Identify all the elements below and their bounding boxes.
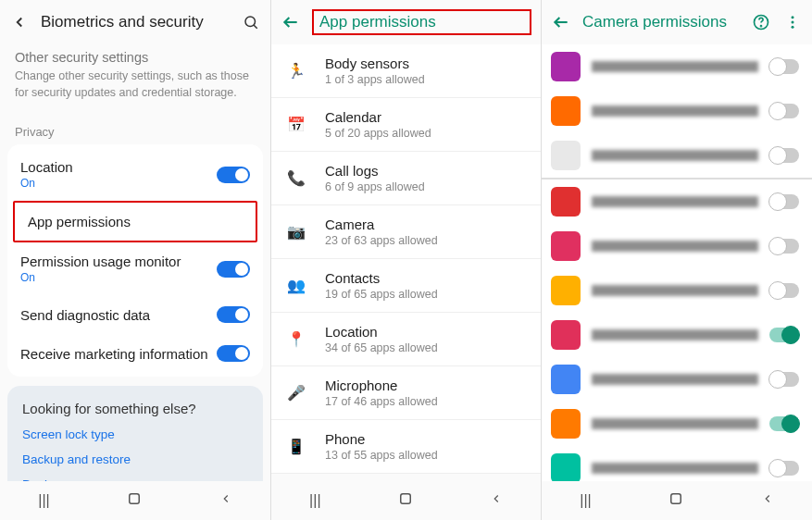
svg-point-7 [761, 26, 762, 27]
app-icon [551, 52, 581, 81]
svg-line-1 [254, 25, 257, 29]
app-icon [551, 187, 581, 217]
permission-icon: 📷 [286, 223, 306, 241]
nav-back-icon[interactable] [761, 492, 774, 509]
permission-row[interactable]: 👥 Contacts19 of 65 apps allowed [271, 259, 541, 313]
permission-icon: 📱 [286, 438, 306, 455]
nav-recent-icon[interactable]: ||| [309, 492, 320, 509]
diagnostic-toggle[interactable] [217, 306, 250, 323]
search-icon[interactable] [241, 12, 261, 32]
permission-monitor-row[interactable]: Permission usage monitorOn [7, 242, 263, 295]
permission-row[interactable]: 📱 Phone13 of 55 apps allowed [271, 420, 541, 474]
app-permissions-row[interactable]: App permissions [15, 203, 256, 241]
permission-row[interactable]: 📅 Calendar5 of 20 apps allowed [271, 98, 541, 152]
app-name-blurred [592, 241, 758, 252]
svg-point-8 [792, 16, 794, 19]
nav-recent-icon[interactable]: ||| [38, 492, 49, 509]
app-toggle[interactable] [769, 283, 799, 298]
app-row[interactable] [542, 44, 812, 89]
permission-row[interactable]: 🏃 Body sensors1 of 3 apps allowed [271, 44, 541, 98]
svg-point-9 [792, 21, 794, 24]
app-toggle[interactable] [769, 328, 799, 342]
permission-icon: 📅 [286, 116, 306, 133]
permission-icon: 👥 [286, 277, 306, 294]
app-toggle[interactable] [769, 194, 799, 209]
app-icon [551, 141, 581, 170]
app-name-blurred [592, 61, 758, 72]
page-title: Biometrics and security [41, 13, 230, 31]
back-icon[interactable] [9, 12, 30, 32]
app-row[interactable] [542, 446, 812, 481]
svg-rect-4 [400, 494, 410, 504]
permission-row[interactable]: 🎤 Microphone17 of 46 apps allowed [271, 366, 541, 420]
app-row[interactable] [542, 268, 812, 313]
app-icon [551, 320, 581, 350]
link-backup[interactable]: Backup and restore [22, 452, 248, 466]
permission-row[interactable]: 📍 Location34 of 65 apps allowed [271, 313, 541, 366]
location-toggle[interactable] [217, 167, 250, 183]
app-icon [551, 409, 581, 439]
diagnostic-row[interactable]: Send diagnostic data [7, 295, 263, 334]
back-icon[interactable] [281, 12, 301, 32]
nav-home-icon[interactable] [668, 490, 684, 511]
nav-recent-icon[interactable]: ||| [580, 492, 591, 509]
app-icon [551, 365, 581, 394]
svg-point-0 [245, 17, 256, 27]
page-title: App permissions [312, 9, 531, 35]
app-icon [551, 453, 581, 481]
page-title: Camera permissions [582, 13, 740, 31]
nav-back-icon[interactable] [490, 492, 503, 509]
permission-icon: 📍 [286, 330, 306, 348]
app-name-blurred [592, 105, 758, 117]
looking-card: Looking for something else? Screen lock … [7, 386, 263, 481]
other-security-row[interactable]: Other security settings Change other sec… [0, 44, 270, 112]
app-name-blurred [592, 374, 758, 385]
app-name-blurred [592, 150, 758, 161]
app-icon [551, 276, 581, 305]
app-toggle[interactable] [769, 239, 799, 254]
permission-row[interactable]: 📷 Camera23 of 63 apps allowed [271, 205, 541, 259]
app-toggle[interactable] [769, 372, 799, 387]
nav-home-icon[interactable] [126, 490, 143, 511]
permission-row[interactable]: 📞 Call logs6 of 9 apps allowed [271, 152, 541, 205]
app-toggle[interactable] [769, 59, 799, 74]
app-row[interactable] [542, 224, 812, 268]
app-row[interactable] [542, 133, 812, 178]
app-name-blurred [592, 418, 758, 429]
app-name-blurred [592, 329, 758, 340]
location-row[interactable]: LocationOn [7, 148, 263, 201]
section-privacy: Privacy [0, 112, 270, 144]
app-toggle[interactable] [769, 416, 799, 431]
app-row[interactable] [542, 357, 812, 402]
app-name-blurred [592, 463, 758, 474]
marketing-row[interactable]: Receive marketing information [7, 334, 263, 373]
app-icon [551, 231, 581, 261]
back-icon[interactable] [551, 12, 571, 32]
app-toggle[interactable] [769, 104, 799, 118]
nav-home-icon[interactable] [397, 490, 414, 511]
permission-icon: 🎤 [286, 384, 306, 402]
svg-rect-11 [671, 494, 681, 504]
svg-point-10 [792, 26, 794, 29]
app-icon [551, 96, 581, 126]
app-row[interactable] [542, 180, 812, 224]
nav-back-icon[interactable] [219, 492, 232, 509]
app-toggle[interactable] [769, 461, 799, 476]
link-screen-lock[interactable]: Screen lock type [22, 427, 248, 441]
permission-icon: 📞 [286, 169, 306, 187]
app-toggle[interactable] [769, 148, 799, 163]
more-icon[interactable] [782, 12, 803, 32]
marketing-toggle[interactable] [217, 345, 250, 362]
permission-monitor-toggle[interactable] [217, 261, 250, 278]
help-icon[interactable] [751, 12, 771, 32]
app-name-blurred [592, 196, 758, 207]
app-row[interactable] [542, 402, 812, 446]
svg-rect-2 [130, 494, 140, 504]
app-row[interactable] [542, 313, 812, 357]
app-row[interactable] [542, 89, 812, 133]
app-name-blurred [592, 285, 758, 296]
permission-icon: 🏃 [286, 62, 306, 80]
